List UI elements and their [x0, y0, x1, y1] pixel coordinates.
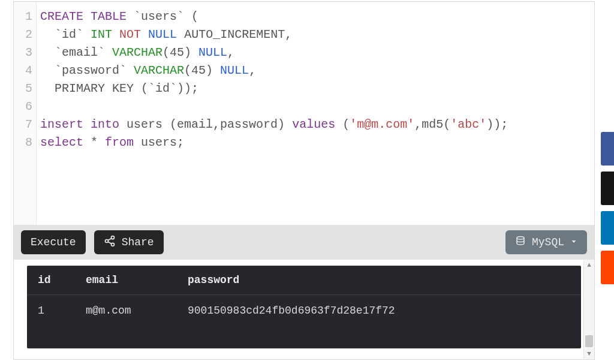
- scroll-thumb[interactable]: [585, 335, 593, 347]
- cell: 1: [27, 295, 75, 327]
- svg-point-2: [111, 243, 114, 246]
- column-header: password: [177, 266, 581, 295]
- line-gutter: 1 2 3 4 5 6 7 8: [14, 2, 37, 225]
- facebook-share-button[interactable]: [601, 132, 614, 166]
- reddit-share-button[interactable]: [601, 251, 614, 284]
- chevron-down-icon: [570, 236, 577, 248]
- code-area[interactable]: CREATE TABLE `users` ( `id` INT NOT NULL…: [37, 2, 594, 225]
- line-number: 1: [14, 8, 36, 26]
- column-header: email: [75, 266, 177, 295]
- code-editor[interactable]: 1 2 3 4 5 6 7 8 CREATE TABLE `users` ( `…: [14, 2, 594, 225]
- svg-line-4: [108, 242, 112, 243]
- results-table: id email password 1 m@m.com 900150983cd2…: [27, 266, 581, 348]
- line-number: 8: [14, 134, 36, 152]
- toolbar: Execute Share MySQL: [14, 225, 594, 260]
- svg-point-0: [111, 236, 114, 239]
- database-icon: [515, 235, 526, 250]
- results-pane: id email password 1 m@m.com 900150983cd2…: [14, 260, 594, 359]
- cell: m@m.com: [75, 295, 177, 327]
- twitter-share-button[interactable]: [601, 172, 614, 205]
- line-number: 2: [14, 26, 36, 44]
- svg-point-5: [517, 236, 524, 239]
- execute-button[interactable]: Execute: [21, 230, 86, 254]
- sql-fiddle-app: 1 2 3 4 5 6 7 8 CREATE TABLE `users` ( `…: [13, 1, 595, 360]
- cell: 900150983cd24fb0d6963f7d28e17f72: [177, 295, 581, 327]
- scrollbar[interactable]: ▲ ▼: [583, 260, 594, 359]
- social-rail: [601, 132, 614, 284]
- column-header: id: [27, 266, 75, 295]
- line-number: 6: [14, 98, 36, 116]
- scroll-up-icon[interactable]: ▲: [584, 260, 594, 270]
- svg-point-1: [105, 239, 108, 242]
- line-number: 5: [14, 80, 36, 98]
- database-selector[interactable]: MySQL: [505, 230, 587, 254]
- line-number: 7: [14, 116, 36, 134]
- table-header-row: id email password: [27, 266, 581, 295]
- share-button[interactable]: Share: [94, 230, 164, 254]
- scroll-down-icon[interactable]: ▼: [584, 348, 594, 359]
- execute-label: Execute: [31, 236, 76, 248]
- share-icon: [104, 235, 116, 250]
- line-number: 4: [14, 62, 36, 80]
- svg-line-3: [108, 238, 112, 240]
- line-number: 3: [14, 44, 36, 62]
- table-row: 1 m@m.com 900150983cd24fb0d6963f7d28e17f…: [27, 295, 581, 327]
- database-label: MySQL: [532, 236, 564, 248]
- share-label: Share: [122, 236, 154, 248]
- linkedin-share-button[interactable]: [601, 211, 614, 245]
